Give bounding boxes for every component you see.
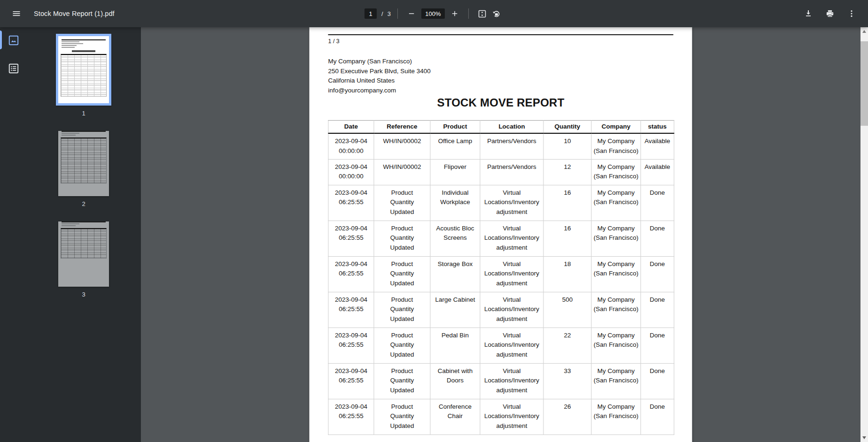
thumbnail-preview	[56, 34, 111, 106]
table-cell: My Company (San Francisco)	[591, 363, 641, 399]
table-cell: 16	[543, 185, 591, 221]
report-page-indicator: 1 / 3	[328, 38, 674, 45]
toolbar-separator	[468, 8, 469, 19]
rotate-counterclockwise-icon	[491, 9, 501, 19]
table-cell: 2023-09-04 06:25:55	[328, 185, 374, 221]
download-button[interactable]	[801, 7, 815, 21]
company-region: California United States	[328, 76, 674, 86]
page-thumbnail-3[interactable]: 3	[58, 218, 109, 298]
pdf-toolbar: Stock Move Report (1).pdf / 3 100%	[0, 0, 868, 27]
more-options-button[interactable]	[845, 7, 859, 21]
table-cell: Done	[641, 221, 674, 256]
table-cell: Office Lamp	[430, 133, 480, 159]
table-cell: Virtual Locations/Inventory adjustment	[480, 328, 543, 363]
rotate-counterclockwise-button[interactable]	[489, 7, 504, 21]
thumbnail-preview	[58, 131, 109, 196]
table-cell: Virtual Locations/Inventory adjustment	[480, 221, 543, 256]
thumbnail-preview	[58, 221, 109, 287]
table-cell: Flipover	[430, 159, 480, 185]
table-cell: 16	[543, 221, 591, 256]
download-icon	[804, 9, 813, 18]
table-row: 2023-09-04 06:25:55Product Quantity Upda…	[328, 363, 674, 399]
table-cell: 10	[543, 133, 591, 159]
document-title: Stock Move Report (1).pdf	[34, 10, 115, 17]
thumbnail-list: 1 2 3	[26, 27, 141, 442]
fit-to-page-button[interactable]	[475, 7, 489, 21]
table-cell: Product Quantity Updated	[374, 292, 430, 328]
table-cell: Done	[641, 328, 674, 363]
table-cell: My Company (San Francisco)	[591, 399, 641, 434]
company-name: My Company (San Francisco)	[328, 57, 674, 67]
table-row: 2023-09-04 06:25:55Product Quantity Upda…	[328, 292, 674, 328]
table-row: 2023-09-04 06:25:55Product Quantity Upda…	[328, 221, 674, 256]
toolbar-separator	[397, 8, 398, 19]
outline-panel-button[interactable]	[6, 61, 21, 76]
table-cell: 18	[543, 256, 591, 292]
report-table: DateReferenceProductLocationQuantityComp…	[328, 120, 674, 435]
page-zoom-controls: / 3 100%	[364, 7, 504, 21]
scroll-down-button[interactable]	[860, 434, 868, 442]
table-cell: Product Quantity Updated	[374, 399, 430, 434]
table-cell: My Company (San Francisco)	[591, 185, 641, 221]
table-cell: 2023-09-04 00:00:00	[328, 133, 374, 159]
print-icon	[825, 9, 835, 18]
vertical-scrollbar[interactable]	[860, 27, 868, 442]
scroll-up-button[interactable]	[860, 28, 868, 35]
column-header: Company	[591, 121, 641, 134]
scroll-thumb[interactable]	[860, 41, 868, 126]
more-vertical-icon	[847, 9, 856, 18]
table-cell: 2023-09-04 06:25:55	[328, 363, 374, 399]
table-cell: Virtual Locations/Inventory adjustment	[480, 185, 543, 221]
table-cell: My Company (San Francisco)	[591, 256, 641, 292]
minus-icon	[407, 9, 416, 18]
page-thumbnail-1[interactable]: 1	[56, 34, 111, 117]
table-cell: Acoustic Bloc Screens	[430, 221, 480, 256]
table-cell: 2023-09-04 06:25:55	[328, 328, 374, 363]
page-thumbnail-2[interactable]: 2	[58, 128, 109, 207]
sidebar-view-rail	[0, 27, 26, 442]
table-cell: WH/IN/00002	[374, 159, 430, 185]
table-cell: Done	[641, 292, 674, 328]
table-row: 2023-09-04 06:25:55Product Quantity Upda…	[328, 328, 674, 363]
table-cell: Partners/Vendors	[480, 159, 543, 185]
table-cell: Available	[641, 159, 674, 185]
table-cell: Product Quantity Updated	[374, 221, 430, 256]
table-cell: 2023-09-04 06:25:55	[328, 256, 374, 292]
table-row: 2023-09-04 06:25:55Product Quantity Upda…	[328, 185, 674, 221]
thumbnails-panel-button[interactable]	[6, 33, 21, 48]
table-cell: 33	[543, 363, 591, 399]
company-street: 250 Executive Park Blvd, Suite 3400	[328, 67, 674, 76]
company-address-block: My Company (San Francisco) 250 Executive…	[328, 57, 674, 95]
column-header: Reference	[374, 121, 430, 134]
table-cell: My Company (San Francisco)	[591, 221, 641, 256]
table-cell: Product Quantity Updated	[374, 328, 430, 363]
column-header: Date	[328, 121, 374, 134]
table-cell: Large Cabinet	[430, 292, 480, 328]
column-header: Quantity	[543, 121, 591, 134]
document-outline-icon	[8, 62, 20, 75]
table-row: 2023-09-04 00:00:00WH/IN/00002FlipoverPa…	[328, 159, 674, 185]
company-email: info@yourcompany.com	[328, 86, 674, 96]
table-cell: Conference Chair	[430, 399, 480, 434]
hamburger-icon	[12, 9, 21, 18]
menu-button[interactable]	[9, 7, 23, 21]
zoom-level-display: 100%	[421, 8, 445, 19]
table-cell: My Company (San Francisco)	[591, 133, 641, 159]
table-cell: Product Quantity Updated	[374, 363, 430, 399]
page-total: 3	[388, 10, 391, 17]
print-button[interactable]	[823, 7, 837, 21]
table-cell: Virtual Locations/Inventory adjustment	[480, 363, 543, 399]
page-number-input[interactable]	[364, 8, 377, 19]
table-cell: Storage Box	[430, 256, 480, 292]
active-panel-indicator	[0, 30, 2, 49]
zoom-in-button[interactable]	[448, 7, 462, 21]
table-cell: Pedal Bin	[430, 328, 480, 363]
table-cell: Virtual Locations/Inventory adjustment	[480, 399, 543, 434]
table-row: 2023-09-04 06:25:55Product Quantity Upda…	[328, 399, 674, 434]
table-cell: Product Quantity Updated	[374, 185, 430, 221]
table-cell: 2023-09-04 00:00:00	[328, 159, 374, 185]
report-top-rule	[328, 34, 674, 35]
zoom-out-button[interactable]	[404, 7, 418, 21]
table-cell: Done	[641, 363, 674, 399]
table-cell: Virtual Locations/Inventory adjustment	[480, 292, 543, 328]
